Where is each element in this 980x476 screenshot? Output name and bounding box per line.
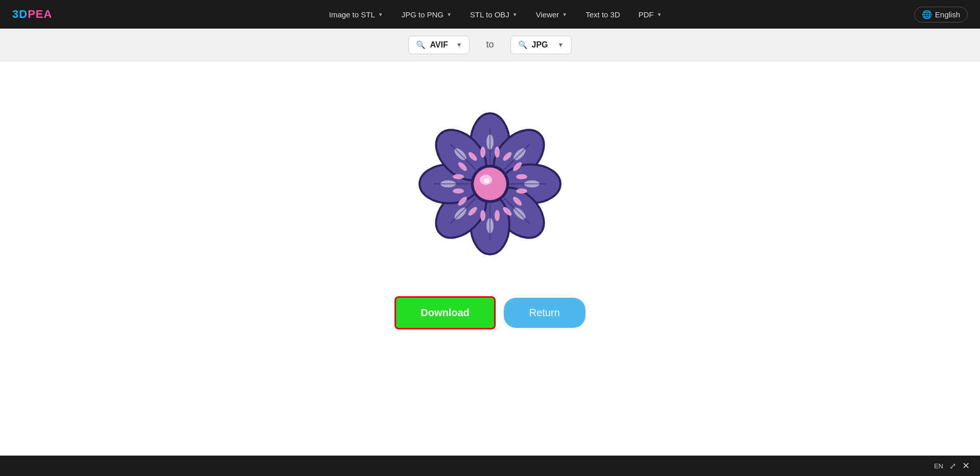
svg-point-29 — [453, 188, 464, 194]
svg-point-28 — [453, 174, 464, 179]
nav-items: Image to STL ▼ JPG to PNG ▼ STL to OBJ ▼… — [77, 6, 914, 23]
search-icon: 🔍 — [518, 40, 528, 50]
nav-item-viewer[interactable]: Viewer ▼ — [528, 6, 576, 23]
svg-point-17 — [480, 147, 485, 158]
flower-image — [408, 102, 572, 266]
to-format-text: JPG — [532, 40, 548, 50]
expand-icon[interactable]: ⤢ — [949, 461, 956, 471]
svg-point-24 — [480, 210, 485, 221]
chevron-down-icon: ▼ — [512, 12, 518, 17]
chevron-down-icon: ▼ — [562, 12, 567, 17]
bottom-bar: EN ⤢ ✕ — [0, 456, 980, 476]
svg-point-35 — [484, 178, 490, 183]
nav-item-pdf[interactable]: PDF ▼ — [630, 6, 670, 23]
chevron-down-icon: ▼ — [378, 12, 383, 17]
svg-point-33 — [474, 168, 506, 200]
chevron-down-icon: ▼ — [447, 12, 452, 17]
logo[interactable]: 3D PEA — [12, 8, 52, 21]
globe-icon: 🌐 — [922, 10, 932, 19]
language-label: English — [935, 10, 960, 19]
main-content: Download Return — [0, 61, 980, 444]
svg-point-18 — [516, 188, 527, 194]
search-icon: 🔍 — [416, 40, 426, 50]
chevron-down-icon: ▼ — [456, 41, 462, 49]
nav-item-image-to-stl[interactable]: Image to STL ▼ — [321, 6, 391, 23]
from-format-select[interactable]: 🔍 AVIF ▼ — [408, 36, 470, 54]
nav-item-jpg-to-png[interactable]: JPG to PNG ▼ — [393, 6, 459, 23]
nav-item-text-to-3d[interactable]: Text to 3D — [577, 6, 628, 23]
action-buttons: Download Return — [395, 296, 585, 329]
language-button[interactable]: 🌐 English — [914, 7, 968, 22]
svg-point-19 — [516, 174, 527, 179]
svg-point-25 — [495, 210, 500, 221]
bottom-lang-code: EN — [934, 462, 943, 470]
download-button[interactable]: Download — [395, 296, 496, 329]
chevron-down-icon: ▼ — [558, 41, 564, 49]
chevron-down-icon: ▼ — [657, 12, 662, 17]
close-icon[interactable]: ✕ — [962, 460, 970, 471]
converter-bar: 🔍 AVIF ▼ to 🔍 JPG ▼ — [0, 29, 980, 61]
nav-item-stl-to-obj[interactable]: STL to OBJ ▼ — [462, 6, 526, 23]
svg-point-16 — [495, 147, 500, 158]
navbar: 3D PEA Image to STL ▼ JPG to PNG ▼ STL t… — [0, 0, 980, 29]
logo-3d: 3D — [12, 8, 28, 21]
to-format-select[interactable]: 🔍 JPG ▼ — [510, 36, 572, 54]
return-button[interactable]: Return — [504, 298, 585, 328]
from-format-text: AVIF — [430, 40, 448, 50]
logo-pea: PEA — [28, 8, 52, 21]
to-label: to — [486, 39, 494, 50]
